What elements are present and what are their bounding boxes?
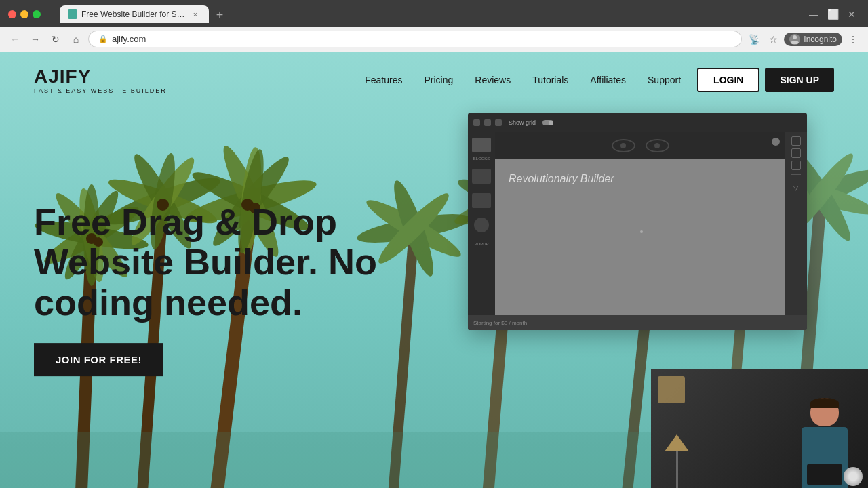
hero-content: Free Drag & Drop Website Builder. No cod…: [34, 202, 414, 376]
nav-link-features[interactable]: Features: [365, 75, 402, 85]
video-thumbnail: [651, 369, 868, 488]
builder-mockup: Show grid BLOCKS POPUP: [468, 113, 807, 330]
sidebar-pages-icon: [472, 169, 491, 184]
signup-button[interactable]: SIGN UP: [765, 68, 834, 92]
mockup-right-panel: ▷: [785, 132, 807, 315]
svg-point-1: [791, 41, 799, 44]
tab-bar: Free Website Builder for Smal × +: [52, 5, 719, 23]
sidebar-popup-label: POPUP: [474, 242, 488, 246]
mockup-sidebar: BLOCKS POPUP: [468, 132, 495, 315]
mockup-bottom-text: Starting for $0 / month: [473, 320, 527, 326]
mockup-right-icon-2: [791, 148, 801, 158]
mockup-right-icon-1: [791, 136, 801, 146]
browser-toolbar: ← → ↻ ⌂ 🔒 ajify.com 📡 ☆ Incognito ⋮: [0, 27, 868, 52]
sidebar-blocks-label: BLOCKS: [473, 157, 490, 161]
close-window-button[interactable]: [8, 10, 16, 18]
lamp-object: [665, 434, 689, 488]
sidebar-icon-4: [474, 218, 489, 232]
nav-link-support[interactable]: Support: [648, 75, 681, 85]
browser-tab-active[interactable]: Free Website Builder for Smal ×: [60, 5, 209, 23]
hero-title: Free Drag & Drop Website Builder. No cod…: [34, 202, 414, 323]
traffic-lights: [8, 10, 41, 18]
mockup-center-dot: [640, 230, 643, 233]
browser-title-bar: Free Website Builder for Smal × + — ⬜ ✕: [0, 0, 868, 27]
nav-link-tutorials[interactable]: Tutorials: [532, 75, 568, 85]
cast-icon[interactable]: 📡: [746, 31, 762, 47]
more-options-icon[interactable]: ⋮: [845, 31, 861, 47]
nav-links: Features Pricing Reviews Tutorials Affil…: [365, 75, 681, 85]
join-free-button[interactable]: JOIN FOR FREE!: [34, 343, 163, 376]
toolbar-actions: 📡 ☆ Incognito ⋮: [746, 31, 861, 47]
mockup-body: BLOCKS POPUP: [468, 132, 807, 315]
forward-button[interactable]: →: [27, 31, 43, 47]
browser-window: Free Website Builder for Smal × + — ⬜ ✕ …: [0, 0, 868, 52]
mockup-show-grid: Show grid: [509, 119, 536, 126]
login-button[interactable]: LOGIN: [697, 68, 760, 92]
maximize-window-button[interactable]: [33, 10, 41, 18]
home-button[interactable]: ⌂: [68, 31, 84, 47]
brand-name: AJIFY: [34, 66, 167, 87]
minimize-window-button[interactable]: [20, 10, 28, 18]
mockup-canvas-content: Revolutionairy Builder: [495, 159, 785, 199]
mockup-settings-icon: [772, 138, 780, 146]
mockup-right-divider: [791, 174, 801, 175]
bookmark-star-icon[interactable]: ☆: [765, 31, 781, 47]
mockup-ctrl-1: [473, 119, 480, 126]
tab-close-button[interactable]: ×: [190, 9, 201, 20]
mockup-right-label: ▷: [793, 186, 800, 191]
lamp-light: [658, 376, 685, 403]
nav-link-pricing[interactable]: Pricing: [424, 75, 453, 85]
mockup-ctrl-3: [495, 119, 502, 126]
microphone-object: [844, 467, 863, 486]
incognito-badge: Incognito: [784, 33, 842, 46]
tab-title: Free Website Builder for Smal: [81, 9, 186, 19]
mockup-canvas-top: [495, 132, 785, 159]
brand: AJIFY FAST & EASY WEBSITE BUILDER: [34, 66, 167, 94]
incognito-icon: [789, 34, 800, 45]
video-inner: [651, 369, 868, 488]
address-text: ajify.com: [112, 34, 732, 44]
mockup-right-icon-3: [791, 161, 801, 170]
incognito-label: Incognito: [804, 35, 837, 44]
mockup-bottom-bar: Starting for $0 / month: [468, 315, 807, 330]
lock-icon: 🔒: [98, 35, 108, 43]
address-bar[interactable]: 🔒 ajify.com: [88, 30, 742, 47]
mockup-ctrl-2: [484, 119, 491, 126]
mockup-canvas: Revolutionairy Builder: [495, 132, 785, 315]
window-control-icon-2[interactable]: ⬜: [825, 6, 841, 22]
nav-link-affiliates[interactable]: Affiliates: [590, 75, 626, 85]
mockup-topbar: Show grid: [468, 113, 807, 132]
sidebar-icon-3: [472, 193, 491, 208]
reload-button[interactable]: ↻: [47, 31, 64, 47]
window-control-icon-3[interactable]: ✕: [844, 6, 860, 22]
mockup-canvas-heading: Revolutionairy Builder: [509, 173, 772, 185]
person-figure: [802, 398, 848, 488]
sidebar-blocks-icon: [472, 138, 491, 152]
svg-point-0: [793, 35, 797, 39]
tab-favicon: [68, 9, 77, 19]
window-control-icon[interactable]: —: [806, 6, 822, 22]
new-tab-button[interactable]: +: [212, 7, 228, 23]
website-content: AJIFY FAST & EASY WEBSITE BUILDER Featur…: [0, 52, 868, 488]
nav-link-reviews[interactable]: Reviews: [475, 75, 511, 85]
back-button[interactable]: ←: [7, 31, 23, 47]
navbar: AJIFY FAST & EASY WEBSITE BUILDER Featur…: [0, 52, 868, 108]
brand-tagline: FAST & EASY WEBSITE BUILDER: [34, 87, 167, 94]
